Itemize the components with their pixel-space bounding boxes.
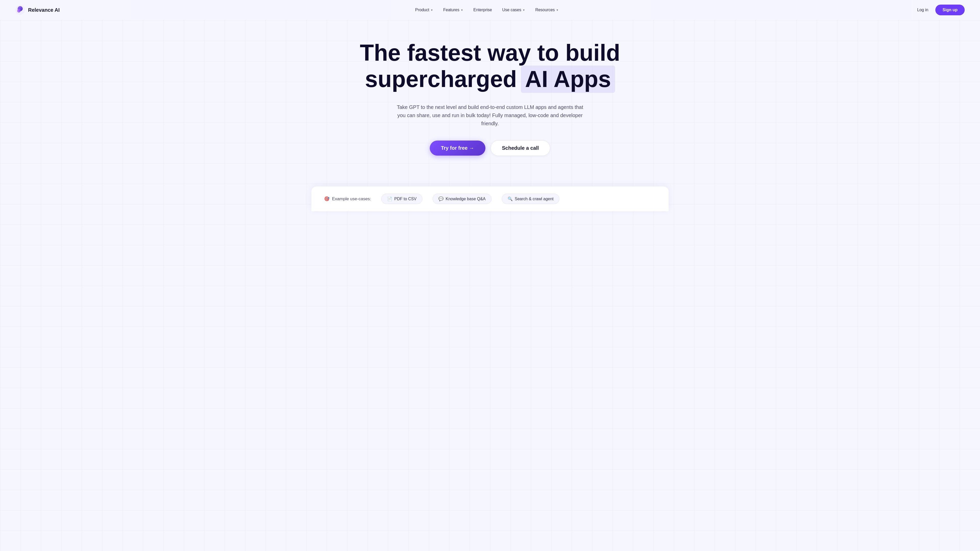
signup-button[interactable]: Sign up [935,5,965,15]
brand-name: Relevance AI [28,7,60,13]
ai-apps-highlight: AI Apps [521,65,615,93]
nav-enterprise[interactable]: Enterprise [469,6,496,14]
nav-resources[interactable]: Resources ▼ [531,6,563,14]
use-cases-label: 🎯 Example use-cases: [324,196,371,202]
use-cases-bar: 🎯 Example use-cases: 📄 PDF to CSV 💬 Know… [311,186,669,211]
use-case-pdf-csv[interactable]: 📄 PDF to CSV [381,194,422,204]
nav-features[interactable]: Features ▼ [439,6,467,14]
chevron-down-icon: ▼ [556,9,558,11]
nav-links: Product ▼ Features ▼ Enterprise Use case… [411,6,563,14]
logo-icon [15,5,25,15]
nav-actions: Log in Sign up [914,5,965,15]
chevron-down-icon: ▼ [522,9,525,11]
navbar: Relevance AI Product ▼ Features ▼ Enterp… [0,0,980,20]
nav-product[interactable]: Product ▼ [411,6,437,14]
search-icon: 🔍 [508,197,513,201]
use-cases-emoji: 🎯 [324,196,329,202]
use-case-search-crawl[interactable]: 🔍 Search & crawl agent [502,194,559,204]
hero-title-line1: The fastest way to build [347,40,633,65]
pdf-icon: 📄 [387,197,392,201]
hero-cta-group: Try for free → Schedule a call [347,140,633,156]
chevron-down-icon: ▼ [461,9,463,11]
logo-link[interactable]: Relevance AI [15,5,60,15]
chevron-down-icon: ▼ [431,9,433,11]
schedule-call-button[interactable]: Schedule a call [490,140,550,156]
chat-icon: 💬 [438,197,444,201]
try-free-button[interactable]: Try for free → [430,141,485,156]
nav-use-cases[interactable]: Use cases ▼ [498,6,529,14]
svg-point-2 [17,9,21,13]
login-button[interactable]: Log in [914,6,932,14]
hero-title: The fastest way to build supercharged AI… [347,40,633,93]
hero-title-line2: supercharged AI Apps [347,65,633,93]
use-case-knowledge-base[interactable]: 💬 Knowledge base Q&A [433,194,492,204]
hero-section: The fastest way to build supercharged AI… [337,20,643,186]
hero-subtitle: Take GPT to the next level and build end… [393,103,587,127]
